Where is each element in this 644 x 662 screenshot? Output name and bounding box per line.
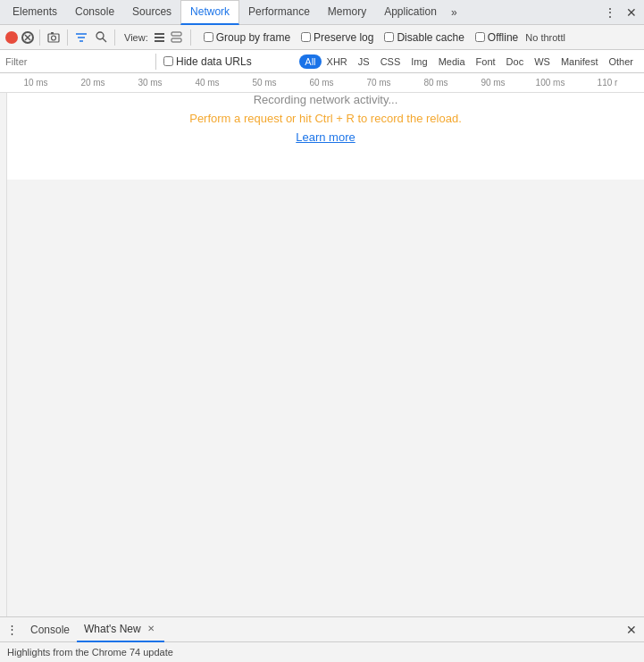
timeline-tick-8: 90 ms: [464, 78, 522, 88]
filter-divider: [155, 54, 156, 70]
svg-rect-4: [51, 32, 54, 34]
learn-more-link[interactable]: Learn more: [296, 130, 355, 144]
hide-data-urls-option[interactable]: Hide data URLs: [163, 55, 252, 68]
main-content: Recording network activity... Perform a …: [7, 93, 644, 180]
filter-type-buttons: AllXHRJSCSSImgMediaFontDocWSManifestOthe…: [299, 54, 639, 69]
customize-devtools-icon[interactable]: ⋮: [601, 4, 619, 21]
list-view-icon: [154, 31, 165, 43]
clear-button[interactable]: [21, 31, 34, 44]
bottom-panel: ⋮ Console What's New ✕ ✕ Highlights from…: [0, 616, 644, 662]
large-rows-button[interactable]: [169, 29, 185, 46]
timeline-tick-3: 40 ms: [179, 78, 236, 88]
timeline-tick-7: 80 ms: [407, 78, 464, 88]
bottom-tab-whats-new-close[interactable]: ✕: [145, 623, 157, 634]
bottom-tab-bar: ⋮ Console What's New ✕ ✕: [0, 617, 644, 642]
filter-bar: Hide data URLs AllXHRJSCSSImgMediaFontDo…: [0, 50, 644, 73]
svg-rect-14: [171, 38, 181, 42]
search-icon: [96, 31, 107, 43]
filter-type-img[interactable]: Img: [406, 54, 432, 69]
svg-rect-10: [155, 33, 164, 35]
toolbar-divider-1: [39, 29, 40, 46]
tab-performance[interactable]: Performance: [239, 0, 319, 25]
svg-rect-2: [48, 34, 59, 42]
disable-cache-checkbox[interactable]: [384, 32, 394, 42]
filter-type-css[interactable]: CSS: [375, 54, 406, 69]
toolbar-divider-3: [114, 29, 115, 46]
subtitle-text: Perform a request or hit Ctrl + R to rec…: [189, 112, 462, 125]
filter-type-ws[interactable]: WS: [529, 54, 556, 69]
bottom-close-icon[interactable]: ✕: [623, 621, 640, 639]
devtools-tab-bar: Elements Console Sources Network Perform…: [0, 0, 644, 25]
preserve-log-label: Preserve log: [314, 31, 373, 44]
camera-icon: [47, 31, 60, 44]
tab-network[interactable]: Network: [180, 0, 239, 25]
timeline-tick-1: 20 ms: [64, 78, 121, 88]
bottom-more-button[interactable]: ⋮: [4, 622, 20, 638]
tab-application[interactable]: Application: [375, 0, 446, 25]
timeline-tick-10: 110 r: [579, 78, 636, 88]
tab-elements[interactable]: Elements: [4, 0, 66, 25]
filter-icon: [75, 31, 88, 44]
filter-type-media[interactable]: Media: [433, 54, 471, 69]
search-button[interactable]: [93, 29, 109, 46]
tab-bar-right: ⋮ ✕: [601, 4, 640, 21]
hide-data-urls-checkbox[interactable]: [163, 56, 173, 66]
view-label: View:: [124, 32, 148, 43]
group-by-frame-label: Group by frame: [216, 31, 290, 44]
status-text: Highlights from the Chrome 74 update: [7, 647, 173, 658]
svg-point-3: [52, 36, 56, 40]
no-throttle-label: No throttl: [525, 32, 565, 43]
timeline-tick-5: 60 ms: [293, 78, 350, 88]
disable-cache-option[interactable]: Disable cache: [384, 31, 464, 44]
large-rows-icon: [171, 31, 182, 43]
tab-memory[interactable]: Memory: [319, 0, 375, 25]
svg-line-9: [103, 38, 106, 42]
filter-button[interactable]: [73, 29, 89, 46]
group-by-frame-checkbox[interactable]: [204, 32, 213, 42]
main-layout: Recording network activity... Perform a …: [0, 93, 644, 616]
toolbar-options: Group by frame Preserve log Disable cach…: [200, 31, 565, 44]
list-view-button[interactable]: [152, 29, 168, 46]
offline-option[interactable]: Offline: [475, 31, 518, 44]
svg-rect-13: [171, 32, 181, 36]
record-button[interactable]: [5, 31, 18, 44]
filter-type-doc[interactable]: Doc: [501, 54, 530, 69]
view-options: [152, 29, 185, 46]
timeline-tick-6: 70 ms: [350, 78, 407, 88]
empty-state: Recording network activity... Perform a …: [189, 93, 462, 144]
timeline-bar: 10 ms20 ms30 ms40 ms50 ms60 ms70 ms80 ms…: [0, 73, 644, 93]
filter-type-font[interactable]: Font: [471, 54, 501, 69]
clear-icon: [23, 33, 32, 42]
filter-type-js[interactable]: JS: [353, 54, 375, 69]
tab-sources[interactable]: Sources: [123, 0, 180, 25]
toolbar-divider-4: [190, 29, 191, 46]
side-gutter: [0, 93, 7, 616]
preserve-log-checkbox[interactable]: [301, 32, 311, 42]
filter-type-all[interactable]: All: [299, 54, 321, 69]
svg-point-8: [96, 32, 104, 39]
bottom-status-bar: Highlights from the Chrome 74 update: [0, 642, 644, 662]
filter-type-xhr[interactable]: XHR: [322, 54, 353, 69]
filter-input[interactable]: [5, 56, 148, 67]
disable-cache-label: Disable cache: [397, 31, 464, 44]
group-by-frame-option[interactable]: Group by frame: [204, 31, 290, 44]
bottom-tab-console[interactable]: Console: [23, 617, 77, 642]
timeline-tick-0: 10 ms: [7, 78, 64, 88]
svg-rect-11: [155, 37, 164, 38]
offline-checkbox[interactable]: [475, 32, 485, 42]
camera-button[interactable]: [46, 29, 62, 46]
bottom-tab-whats-new[interactable]: What's New ✕: [77, 617, 164, 642]
timeline-tick-4: 50 ms: [236, 78, 293, 88]
preserve-log-option[interactable]: Preserve log: [301, 31, 373, 44]
more-tabs-button[interactable]: »: [446, 3, 463, 22]
filter-type-manifest[interactable]: Manifest: [556, 54, 604, 69]
close-devtools-icon[interactable]: ✕: [623, 4, 640, 21]
tab-console[interactable]: Console: [66, 0, 123, 25]
filter-type-other[interactable]: Other: [603, 54, 639, 69]
network-toolbar: View: Group by frame Preserve log: [0, 25, 644, 50]
bottom-tab-bar-right: ✕: [623, 621, 640, 639]
bottom-tab-console-label: Console: [30, 624, 70, 636]
timeline-tick-2: 30 ms: [121, 78, 179, 88]
offline-label: Offline: [488, 31, 518, 44]
recording-subtitle: Perform a request or hit Ctrl + R to rec…: [189, 112, 462, 125]
